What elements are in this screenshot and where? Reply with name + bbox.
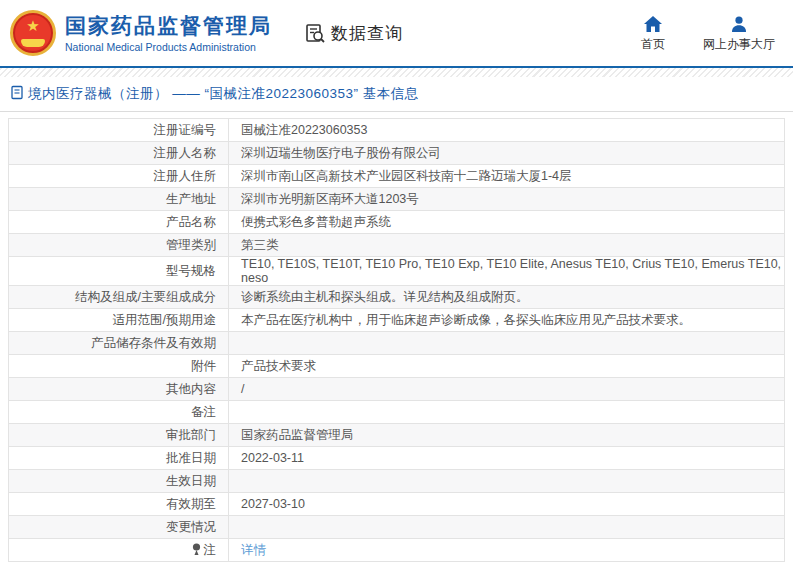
app-header: 国家药品监督管理局 National Medical Products Admi…	[0, 0, 793, 68]
hatched-divider	[0, 68, 793, 77]
row-label: 管理类别	[9, 234, 229, 257]
row-label: 产品储存条件及有效期	[9, 332, 229, 355]
row-label: 批准日期	[9, 447, 229, 470]
row-label: 备注	[9, 401, 229, 424]
nav-home[interactable]: 首页	[641, 16, 665, 53]
table-row: 产品储存条件及有效期	[9, 332, 785, 355]
brand-text: 国家药品监督管理局 National Medical Products Admi…	[65, 13, 272, 52]
table-row: 注册人住所深圳市南山区高新技术产业园区科技南十二路迈瑞大厦1-4层	[9, 165, 785, 188]
nav-service-hall[interactable]: 网上办事大厅	[703, 16, 775, 53]
table-row: 生效日期	[9, 470, 785, 493]
table-row: 批准日期2022-03-11	[9, 447, 785, 470]
row-value: 第三类	[229, 234, 785, 257]
row-value: 诊断系统由主机和探头组成。详见结构及组成附页。	[229, 286, 785, 309]
table-row: 结构及组成/主要组成成分诊断系统由主机和探头组成。详见结构及组成附页。	[9, 286, 785, 309]
nmpa-logo-link[interactable]: 国家药品监督管理局 National Medical Products Admi…	[10, 10, 272, 56]
row-value: 2027-03-10	[229, 493, 785, 516]
table-row: 附件产品技术要求	[9, 355, 785, 378]
table-row: 管理类别第三类	[9, 234, 785, 257]
org-name-zh: 国家药品监督管理局	[65, 13, 272, 38]
registration-info-table-wrap: 注册证编号国械注准20223060353注册人名称深圳迈瑞生物医疗电子股份有限公…	[0, 112, 793, 562]
row-value	[229, 516, 785, 539]
table-row: 有效期至2027-03-10	[9, 493, 785, 516]
row-value: 详情	[229, 539, 785, 562]
row-value: 深圳市南山区高新技术产业园区科技南十二路迈瑞大厦1-4层	[229, 165, 785, 188]
table-row: 审批部门国家药品监督管理局	[9, 424, 785, 447]
table-row: 生产地址深圳市光明新区南环大道1203号	[9, 188, 785, 211]
row-label: 附件	[9, 355, 229, 378]
row-label: 生产地址	[9, 188, 229, 211]
table-row: 注册人名称深圳迈瑞生物医疗电子股份有限公司	[9, 142, 785, 165]
home-icon	[644, 16, 662, 32]
table-row: 其他内容/	[9, 378, 785, 401]
row-value	[229, 332, 785, 355]
registration-info-table: 注册证编号国械注准20223060353注册人名称深圳迈瑞生物医疗电子股份有限公…	[8, 118, 785, 562]
row-value: TE10, TE10S, TE10T, TE10 Pro, TE10 Exp, …	[229, 257, 785, 286]
breadcrumb: 境内医疗器械（注册） —— “国械注准20223060353” 基本信息	[0, 77, 793, 112]
row-value: 深圳迈瑞生物医疗电子股份有限公司	[229, 142, 785, 165]
row-label: 其他内容	[9, 378, 229, 401]
row-value: 产品技术要求	[229, 355, 785, 378]
row-value: /	[229, 378, 785, 401]
data-query-tab[interactable]: 数据查询	[304, 22, 403, 45]
data-query-icon	[304, 22, 326, 44]
detail-link[interactable]: 详情	[241, 543, 266, 557]
table-row: 产品名称便携式彩色多普勒超声系统	[9, 211, 785, 234]
row-label: 有效期至	[9, 493, 229, 516]
row-label: 产品名称	[9, 211, 229, 234]
row-value: 深圳市光明新区南环大道1203号	[229, 188, 785, 211]
document-icon	[10, 85, 28, 104]
table-row: 注册证编号国械注准20223060353	[9, 119, 785, 142]
row-label: 生效日期	[9, 470, 229, 493]
table-row: 备注	[9, 401, 785, 424]
row-value: 国家药品监督管理局	[229, 424, 785, 447]
table-row: 注详情	[9, 539, 785, 562]
row-label: 型号规格	[9, 257, 229, 286]
note-pin-icon	[192, 543, 201, 558]
table-row: 适用范围/预期用途本产品在医疗机构中，用于临床超声诊断成像，各探头临床应用见产品…	[9, 309, 785, 332]
row-value: 便携式彩色多普勒超声系统	[229, 211, 785, 234]
header-nav: 首页 网上办事大厅	[641, 14, 775, 53]
row-value: 本产品在医疗机构中，用于临床超声诊断成像，各探头临床应用见产品技术要求。	[229, 309, 785, 332]
row-value: 国械注准20223060353	[229, 119, 785, 142]
row-label: 注	[9, 539, 229, 562]
page-title: 境内医疗器械（注册） —— “国械注准20223060353” 基本信息	[28, 85, 419, 103]
row-value	[229, 401, 785, 424]
org-name-en: National Medical Products Administration	[65, 41, 272, 53]
row-label: 注册人名称	[9, 142, 229, 165]
row-label: 注册人住所	[9, 165, 229, 188]
row-value: 2022-03-11	[229, 447, 785, 470]
table-row: 型号规格TE10, TE10S, TE10T, TE10 Pro, TE10 E…	[9, 257, 785, 286]
row-label: 变更情况	[9, 516, 229, 539]
table-row: 变更情况	[9, 516, 785, 539]
user-icon	[731, 16, 747, 32]
nav-home-label: 首页	[641, 36, 665, 53]
national-emblem-icon	[10, 10, 56, 56]
row-value	[229, 470, 785, 493]
data-query-label: 数据查询	[331, 22, 403, 45]
nav-service-hall-label: 网上办事大厅	[703, 36, 775, 53]
row-label: 适用范围/预期用途	[9, 309, 229, 332]
row-label: 结构及组成/主要组成成分	[9, 286, 229, 309]
row-label: 注册证编号	[9, 119, 229, 142]
row-label: 审批部门	[9, 424, 229, 447]
